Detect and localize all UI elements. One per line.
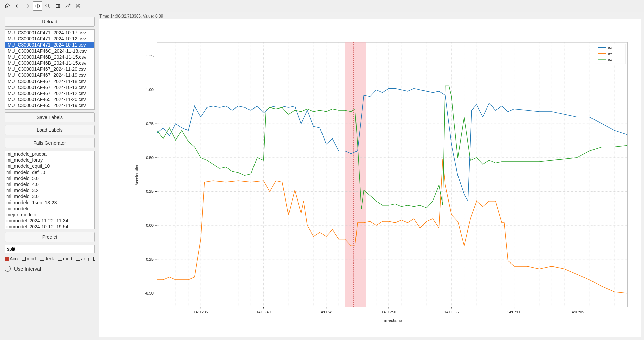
svg-text:0.00: 0.00	[146, 223, 153, 227]
file-list-item[interactable]: IMU_C300001AF471_2024-10-12.csv	[5, 36, 94, 42]
file-list-item[interactable]: IMU_C300001AF471_2024-10-11.csv	[5, 42, 94, 48]
check-mod1[interactable]: mod	[22, 256, 36, 261]
file-list-item[interactable]: IMU_C300001AF46B_2024-11-15.csv	[5, 60, 94, 66]
model-list-item[interactable]: mejor_modelo	[5, 212, 94, 218]
use-interval-label: Use Interval	[14, 266, 41, 272]
model-list-item[interactable]: mi_modelo_def1.0	[5, 169, 94, 175]
file-list-item[interactable]: IMU_C300001AF467_2024-11-18.csv	[5, 78, 94, 84]
svg-text:az: az	[608, 57, 612, 62]
file-list-item[interactable]: IMU_C300001AF46C_2024-11-18.csv	[5, 48, 94, 54]
svg-point-1	[57, 4, 58, 5]
home-icon[interactable]	[3, 1, 12, 11]
svg-text:1.00: 1.00	[146, 88, 153, 92]
model-list[interactable]: mi_modelo_pruebami_modelo_fortrymi_model…	[5, 151, 95, 229]
model-list-item[interactable]: mi_modelo_5.0	[5, 175, 94, 181]
svg-text:14:06:40: 14:06:40	[256, 310, 271, 314]
svg-point-0	[46, 4, 49, 7]
file-list[interactable]: IMU_C300001AF471_2024-10-17.csvIMU_C3000…	[5, 29, 95, 110]
configure-icon[interactable]	[53, 1, 63, 11]
svg-text:-0.50: -0.50	[145, 291, 154, 295]
model-list-item[interactable]: mi_modelo_1sep_13:23	[5, 199, 94, 206]
line-chart[interactable]: -0.50-0.250.000.250.500.751.001.2514:06:…	[99, 19, 641, 337]
pan-icon[interactable]	[33, 1, 42, 11]
check-ang[interactable]: ang	[76, 256, 89, 261]
check-jerk-label: Jerk	[45, 256, 54, 261]
file-list-item[interactable]: IMU_C300001AF471_2024-10-17.csv	[5, 30, 94, 36]
model-list-item[interactable]: mi_modelo_equil_10	[5, 163, 94, 169]
check-acc-label: Acc	[10, 256, 18, 261]
toolbar	[0, 0, 644, 12]
file-list-item[interactable]: IMU_C300001AF467_2024-10-13.csv	[5, 84, 94, 90]
model-list-item[interactable]: mi_modelo_4.0	[5, 181, 94, 187]
model-list-item[interactable]: mi_modelo_3.0	[5, 193, 94, 199]
falls-generator-button[interactable]: Falls Generator	[5, 138, 95, 148]
check-acc[interactable]: Acc	[5, 256, 18, 261]
check-jerk[interactable]: Jerk	[40, 256, 54, 261]
file-list-item[interactable]: IMU_C300001AF46B_2024-11-15.csv	[5, 54, 94, 60]
svg-text:Acceleration: Acceleration	[134, 164, 139, 186]
back-icon[interactable]	[13, 1, 22, 11]
svg-text:ay: ay	[608, 51, 612, 56]
svg-text:14:06:55: 14:06:55	[444, 310, 459, 314]
svg-text:14:06:50: 14:06:50	[382, 310, 396, 314]
zoom-icon[interactable]	[43, 1, 53, 11]
svg-text:14:07:00: 14:07:00	[507, 310, 521, 314]
svg-point-2	[59, 6, 60, 7]
svg-text:0.25: 0.25	[146, 190, 153, 194]
check-ang-label: ang	[81, 256, 89, 261]
reload-button[interactable]: Reload	[5, 17, 95, 27]
file-list-item[interactable]: IMU_C300001AF467_2024-10-12.csv	[5, 90, 94, 96]
svg-text:-0.25: -0.25	[145, 257, 154, 261]
model-list-item[interactable]: mi_modelo_prueba	[5, 151, 94, 157]
svg-text:0.50: 0.50	[146, 156, 153, 160]
svg-text:14:06:45: 14:06:45	[319, 310, 333, 314]
use-interval-row[interactable]: Use Interval	[5, 264, 95, 272]
split-input[interactable]	[5, 245, 95, 253]
predict-button[interactable]: Predict	[5, 232, 95, 242]
use-interval-radio[interactable]	[5, 266, 11, 272]
file-list-item[interactable]: IMU_C300001AF467_2024-11-19.csv	[5, 72, 94, 78]
svg-text:ax: ax	[608, 45, 612, 50]
svg-text:1.25: 1.25	[146, 54, 153, 58]
file-list-item[interactable]: IMU_C300001AF465_2024-11-19.csv	[5, 102, 94, 109]
check-mod1-label: mod	[27, 256, 36, 261]
svg-point-3	[57, 7, 58, 8]
svg-text:14:07:05: 14:07:05	[570, 310, 584, 314]
svg-rect-5	[345, 42, 366, 307]
check-mod2[interactable]: mod	[58, 256, 72, 261]
channel-checks: Acc mod Jerk mod ang mod	[5, 256, 95, 261]
model-list-item[interactable]: mi_modelo	[5, 206, 94, 212]
model-list-item[interactable]: mi_modelo_3.2	[5, 187, 94, 193]
forward-icon[interactable]	[23, 1, 32, 11]
svg-text:14:06:35: 14:06:35	[194, 310, 208, 314]
check-mod2-label: mod	[63, 256, 72, 261]
save-labels-button[interactable]: Save Labels	[5, 112, 95, 122]
save-icon[interactable]	[73, 1, 83, 11]
svg-text:0.75: 0.75	[146, 122, 153, 126]
edit-axis-icon[interactable]	[63, 1, 73, 11]
svg-text:Timestamp: Timestamp	[382, 318, 402, 323]
chart-area: Time: 14:06:32.713365, Value: 0.39 -0.50…	[99, 12, 644, 340]
load-labels-button[interactable]: Load Labels	[5, 125, 95, 135]
file-list-item[interactable]: IMU_C300001AF467_2024-11-20.csv	[5, 66, 94, 72]
plot-wrap: -0.50-0.250.000.250.500.751.001.2514:06:…	[99, 19, 641, 337]
model-list-item[interactable]: mi_modelo_fortry	[5, 157, 94, 163]
check-mod3[interactable]: mod	[93, 256, 95, 261]
model-list-item[interactable]: imumodel_2024-10-12_19-54	[5, 224, 94, 229]
cursor-status: Time: 14:06:32.713365, Value: 0.39	[99, 14, 163, 19]
model-list-item[interactable]: imumodel_2024-11-22_11-34	[5, 218, 94, 224]
sidebar: Reload IMU_C300001AF471_2024-10-17.csvIM…	[0, 12, 99, 340]
file-list-item[interactable]: IMU_C300001AF465_2024-11-20.csv	[5, 96, 94, 102]
